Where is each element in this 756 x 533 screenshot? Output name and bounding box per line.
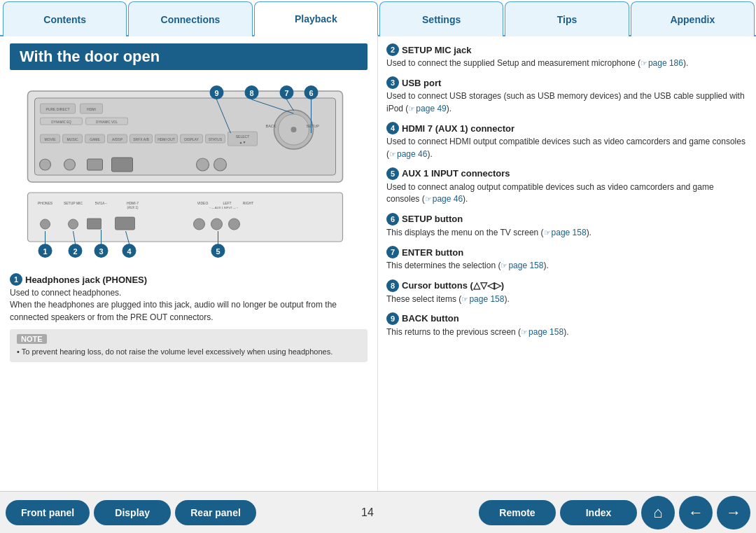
index-button[interactable]: Index (560, 500, 637, 525)
top-navigation: Contents Connections Playback Settings T… (0, 0, 756, 36)
item-3-title: 3 USB port (386, 76, 746, 89)
note-text: • To prevent hearing loss, do not raise … (17, 347, 360, 357)
item-3-number: 3 (386, 76, 399, 89)
svg-text:5: 5 (216, 247, 220, 256)
item-7: 7 ENTER button This determines the selec… (386, 246, 746, 272)
item-2-desc: Used to connect the supplied Setup and m… (386, 57, 746, 69)
item-5-label: AUX 1 INPUT connectors (402, 168, 510, 179)
svg-text:LEFT: LEFT (223, 201, 231, 205)
item-6-label: SETUP button (402, 214, 463, 224)
svg-text:SETUP MIC: SETUP MIC (64, 201, 83, 205)
item-5: 5 AUX 1 INPUT connectors Used to connect… (386, 167, 746, 206)
item-5-title: 5 AUX 1 INPUT connectors (386, 167, 746, 180)
svg-rect-52 (28, 193, 343, 242)
svg-text:5V/1A ⎓: 5V/1A ⎓ (95, 201, 108, 205)
svg-text:2: 2 (73, 247, 77, 256)
back-arrow-button[interactable]: ← (679, 496, 713, 529)
item-7-title: 7 ENTER button (386, 246, 746, 258)
item-5-number: 5 (386, 167, 399, 180)
item-2-title: 2 SETUP MIC jack (386, 43, 746, 56)
item-1-title: 1 Headphones jack (PHONES) (10, 273, 368, 286)
svg-point-63 (69, 219, 78, 229)
item-4: 4 HDMI 7 (AUX 1) connector Used to conne… (386, 122, 746, 160)
item-3-desc: Used to connect USB storages (such as US… (386, 90, 746, 115)
front-panel-button[interactable]: Front panel (6, 500, 90, 525)
item-8-label: Cursor buttons (△▽◁▷) (402, 280, 504, 291)
svg-text:MOVIE: MOVIE (44, 137, 56, 141)
svg-point-12 (291, 127, 297, 132)
item-2-label: SETUP MIC jack (402, 45, 471, 55)
svg-text:HDMI: HDMI (87, 107, 96, 111)
item-7-label: ENTER button (402, 247, 463, 258)
item-8-title: 8 Cursor buttons (△▽◁▷) (386, 279, 746, 292)
page-number: 14 (260, 506, 475, 519)
left-panel: With the door open PURE DIRECT HDMI DYNA… (0, 36, 378, 491)
svg-text:(AUX 1): (AUX 1) (127, 206, 139, 209)
item-4-number: 4 (386, 122, 399, 134)
display-button[interactable]: Display (94, 500, 171, 525)
page-title: With the door open (10, 43, 368, 70)
svg-rect-36 (88, 159, 103, 170)
svg-point-62 (41, 219, 50, 229)
svg-text:MUSIC: MUSIC (66, 137, 78, 141)
svg-point-35 (64, 159, 76, 170)
note-label: NOTE (17, 334, 47, 344)
svg-text:DYNAMIC EQ: DYNAMIC EQ (51, 120, 71, 124)
tab-playback[interactable]: Playback (254, 1, 378, 36)
device-svg: PURE DIRECT HDMI DYNAMIC EQ DYNAMIC VOL … (10, 77, 368, 266)
item-9-desc: This returns to the previous screen (pag… (386, 326, 746, 338)
tab-settings[interactable]: Settings (379, 1, 503, 36)
item-8-number: 8 (386, 279, 399, 292)
svg-point-68 (229, 219, 240, 230)
item-4-title: 4 HDMI 7 (AUX 1) connector (386, 122, 746, 134)
svg-text:8: 8 (249, 89, 253, 97)
item-6-desc: This displays the menu on the TV screen … (386, 227, 746, 239)
item-8: 8 Cursor buttons (△▽◁▷) These select ite… (386, 279, 746, 305)
svg-point-38 (197, 158, 209, 171)
rear-panel-button[interactable]: Rear panel (175, 500, 256, 525)
home-button[interactable]: ⌂ (641, 496, 675, 529)
tab-appendix[interactable]: Appendix (631, 1, 755, 36)
item-1-number: 1 (10, 273, 22, 286)
svg-text:DYNAMIC VOL: DYNAMIC VOL (96, 120, 118, 124)
item-6: 6 SETUP button This displays the menu on… (386, 213, 746, 239)
item-3: 3 USB port Used to connect USB storages … (386, 76, 746, 115)
home-icon: ⌂ (653, 504, 662, 522)
svg-text:▲▼: ▲▼ (239, 140, 246, 144)
svg-text:1: 1 (43, 247, 47, 256)
svg-text:9: 9 (214, 89, 218, 97)
remote-button[interactable]: Remote (479, 500, 556, 525)
svg-point-39 (214, 158, 227, 171)
svg-text:7: 7 (284, 89, 288, 97)
svg-text:←— AUX 1 INPUT —→: ←— AUX 1 INPUT —→ (209, 206, 239, 209)
note-box: NOTE • To prevent hearing loss, do not r… (10, 329, 368, 361)
svg-text:STATUS: STATUS (209, 137, 223, 141)
svg-text:4: 4 (127, 247, 132, 256)
bottom-navigation: Front panel Display Rear panel 14 Remote… (0, 491, 756, 533)
svg-text:HDMI-7: HDMI-7 (127, 201, 139, 205)
item-2-number: 2 (386, 43, 399, 56)
svg-text:6: 6 (309, 89, 313, 97)
tab-contents[interactable]: Contents (3, 1, 127, 36)
item-4-desc: Used to connect HDMI output compatible d… (386, 136, 746, 160)
svg-rect-64 (88, 219, 102, 229)
forward-arrow-icon: → (726, 504, 741, 522)
forward-arrow-button[interactable]: → (717, 496, 750, 529)
svg-text:PHONES: PHONES (38, 201, 53, 205)
item-3-label: USB port (402, 78, 441, 88)
item-1: 1 Headphones jack (PHONES) Used to conne… (10, 273, 368, 324)
svg-rect-37 (112, 158, 133, 172)
item-5-desc: Used to connect analog output compatible… (386, 181, 746, 206)
svg-text:HDMI OUT: HDMI OUT (158, 137, 175, 141)
tab-tips[interactable]: Tips (505, 1, 629, 36)
tab-connections[interactable]: Connections (128, 1, 252, 36)
item-4-label: HDMI 7 (AUX 1) connector (402, 123, 514, 134)
item-1-description: Used to connect headphones.When the head… (10, 287, 368, 324)
item-9: 9 BACK button This returns to the previo… (386, 312, 746, 338)
item-9-title: 9 BACK button (386, 312, 746, 325)
device-diagram: PURE DIRECT HDMI DYNAMIC EQ DYNAMIC VOL … (10, 77, 368, 266)
svg-point-34 (40, 159, 51, 170)
svg-text:RIGHT: RIGHT (243, 201, 254, 205)
svg-text:SETUP: SETUP (307, 124, 320, 128)
svg-text:GAME: GAME (90, 137, 100, 141)
